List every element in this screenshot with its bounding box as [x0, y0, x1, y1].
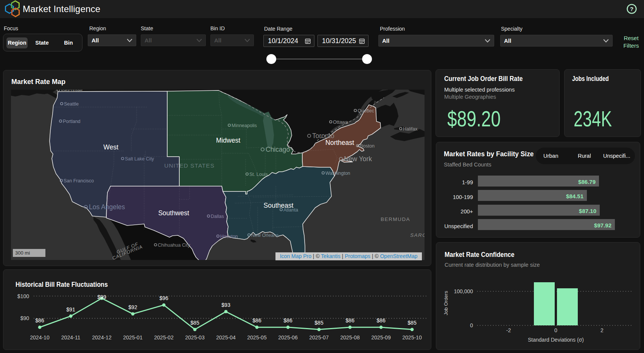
svg-text:Midwest: Midwest: [216, 137, 240, 144]
svg-text:Northeast: Northeast: [325, 139, 354, 146]
svg-text:$100: $100: [17, 293, 29, 299]
svg-text:Seattle: Seattle: [64, 101, 79, 107]
svg-text:2025-06: 2025-06: [278, 334, 298, 341]
svg-text:SARGASS: SARGASS: [410, 232, 425, 238]
svg-text:St. Louis: St. Louis: [249, 172, 268, 177]
svg-text:$86: $86: [283, 317, 292, 323]
svg-text:2024-10: 2024-10: [30, 334, 50, 341]
svg-text:West: West: [103, 143, 118, 151]
svg-text:$84.51: $84.51: [566, 193, 583, 199]
svg-text:UNITED STATES: UNITED STATES: [164, 162, 215, 169]
svg-text:2025-07: 2025-07: [309, 334, 329, 341]
svg-text:1-99: 1-99: [462, 179, 473, 185]
svg-text:$92: $92: [128, 304, 137, 310]
svg-text:$85: $85: [190, 320, 199, 326]
svg-text:Unspecified: Unspecified: [444, 223, 473, 229]
svg-text:Vancouver: Vancouver: [61, 90, 83, 93]
svg-text:Halifax: Halifax: [403, 126, 418, 132]
svg-text:$85: $85: [314, 320, 324, 326]
svg-text:$97.92: $97.92: [594, 222, 611, 229]
svg-text:$99: $99: [97, 294, 106, 300]
svg-text:Ottawa: Ottawa: [333, 120, 348, 125]
svg-text:100,000: 100,000: [454, 288, 473, 294]
svg-text:New York: New York: [344, 155, 372, 163]
svg-text:Chihuahua City: Chihuahua City: [158, 243, 190, 248]
svg-text:2025-01: 2025-01: [123, 334, 143, 341]
svg-text:100-199: 100-199: [453, 194, 473, 200]
svg-text:2025-08: 2025-08: [340, 334, 360, 341]
svg-text:Dallas: Dallas: [211, 214, 224, 219]
svg-text:-2: -2: [506, 327, 511, 333]
svg-text:Chicago: Chicago: [266, 146, 290, 153]
svg-text:Standard Deviations (σ): Standard Deviations (σ): [528, 337, 584, 343]
svg-text:2024-12: 2024-12: [92, 334, 112, 341]
svg-text:?: ?: [630, 6, 633, 12]
svg-text:2024-11: 2024-11: [61, 334, 81, 341]
svg-text:2: 2: [600, 327, 604, 333]
svg-text:2025-05: 2025-05: [247, 334, 267, 341]
svg-text:$90: $90: [20, 315, 30, 321]
svg-text:2025-04: 2025-04: [216, 334, 236, 341]
svg-text:Los Angeles: Los Angeles: [89, 203, 125, 211]
svg-text:San Francisco: San Francisco: [64, 178, 94, 183]
svg-text:Minneapolis: Minneapolis: [232, 123, 257, 128]
svg-text:$86.79: $86.79: [578, 179, 596, 185]
svg-text:BERMUDA: BERMUDA: [381, 216, 410, 222]
svg-text:$93: $93: [221, 302, 230, 308]
svg-text:Boston: Boston: [360, 143, 375, 149]
svg-text:2025-03: 2025-03: [185, 334, 205, 341]
svg-text:$86: $86: [376, 317, 386, 323]
svg-text:$96: $96: [159, 295, 168, 301]
svg-text:$86: $86: [252, 317, 261, 323]
svg-text:2025-02: 2025-02: [154, 334, 174, 341]
svg-text:0: 0: [554, 327, 557, 333]
svg-text:$85: $85: [408, 320, 417, 326]
svg-text:Southeast: Southeast: [264, 202, 294, 209]
svg-text:Southwest: Southwest: [158, 209, 189, 217]
svg-text:Quebec: Quebec: [358, 108, 374, 114]
svg-text:Salt Lake City: Salt Lake City: [125, 156, 154, 162]
svg-text:2025-09: 2025-09: [371, 334, 391, 341]
svg-text:Portland: Portland: [63, 119, 81, 124]
svg-text:200+: 200+: [460, 208, 473, 215]
svg-text:Washington: Washington: [325, 171, 350, 176]
svg-text:Job Orders: Job Orders: [443, 291, 449, 315]
svg-text:$87.10: $87.10: [579, 208, 596, 214]
svg-text:New Orleans: New Orleans: [251, 233, 278, 238]
svg-text:Houston: Houston: [220, 234, 238, 239]
svg-text:$86: $86: [345, 317, 355, 323]
svg-text:$91: $91: [66, 306, 75, 313]
svg-text:$86: $86: [35, 317, 44, 323]
svg-text:2025-10: 2025-10: [402, 334, 422, 341]
svg-text:0: 0: [470, 322, 473, 328]
